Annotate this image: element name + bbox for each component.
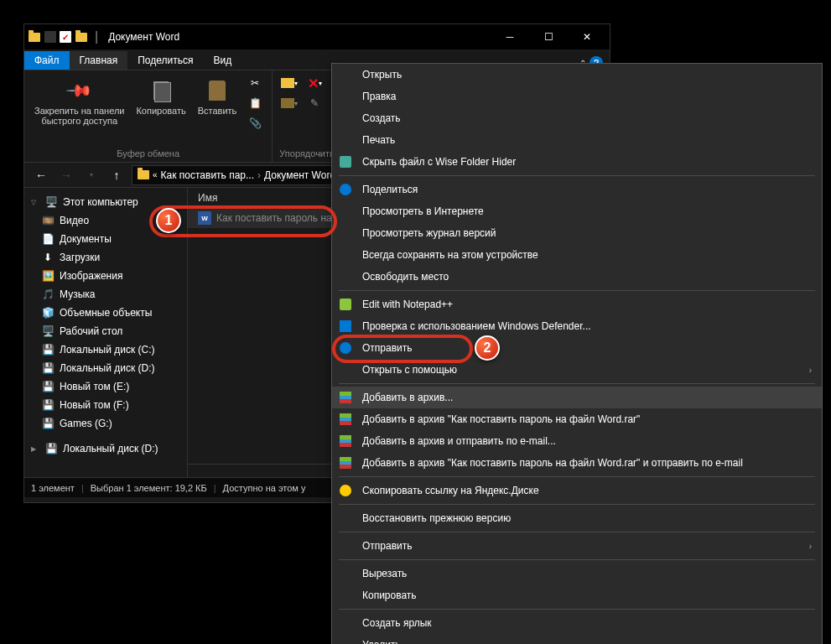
context-menu-item[interactable]: Отправить: [332, 337, 822, 359]
yadisk-icon: [339, 484, 352, 497]
cut-icon[interactable]: ✂: [245, 74, 265, 92]
context-menu-item[interactable]: Edit with Notepad++: [332, 293, 822, 315]
pin-icon: 📌: [60, 71, 98, 109]
context-menu-label: Скрыть файл с Wise Folder Hider: [362, 156, 516, 168]
pin-button[interactable]: 📌 Закрепить на панели быстрого доступа: [31, 74, 127, 132]
tab-file[interactable]: Файл: [24, 51, 70, 70]
folder-icon: [28, 30, 41, 44]
annotation-badge-2: 2: [475, 335, 500, 361]
context-menu-item[interactable]: Отправить›: [332, 535, 822, 557]
properties-icon[interactable]: [44, 31, 56, 43]
context-menu-item[interactable]: Создать ярлык: [332, 612, 822, 634]
context-menu-separator: [339, 476, 815, 477]
sidebar-item[interactable]: 📄Документы: [24, 230, 187, 248]
context-menu-item[interactable]: Удалить: [332, 634, 822, 644]
context-menu-separator: [339, 504, 815, 505]
minimize-button[interactable]: ─: [491, 24, 529, 49]
sidebar-icon: 🖥️: [41, 325, 55, 338]
context-menu-item[interactable]: Копировать: [332, 584, 822, 606]
move-to-icon[interactable]: ▾: [279, 74, 299, 92]
context-menu-separator: [339, 559, 815, 560]
context-menu-item[interactable]: Добавить в архив "Как поставить пароль н…: [332, 452, 822, 474]
context-menu-item[interactable]: Добавить в архив...: [332, 387, 822, 408]
context-menu-label: Создать ярлык: [362, 617, 432, 629]
check-icon[interactable]: ✓: [60, 31, 71, 43]
sidebar-item-label: Изображения: [60, 270, 122, 282]
expand-icon[interactable]: ▶: [31, 445, 39, 453]
copy-path-icon[interactable]: 📋: [245, 94, 265, 112]
context-menu-label: Вырезать: [362, 568, 407, 579]
sidebar-item[interactable]: 🧊Объемные объекты: [24, 304, 187, 322]
context-menu-item[interactable]: Добавить в архив "Как поставить пароль н…: [332, 408, 822, 430]
sidebar-icon: 💾: [41, 417, 55, 430]
nav-up-button[interactable]: ↑: [106, 165, 127, 185]
context-menu-label: Отправить: [362, 342, 413, 354]
sidebar-icon: 💾: [41, 380, 55, 393]
sidebar-item-label: Объемные объекты: [60, 307, 152, 319]
delete-icon[interactable]: ✕▾: [304, 74, 325, 92]
sidebar-item[interactable]: 💾Новый том (E:): [24, 377, 187, 396]
context-menu-item[interactable]: Добавить в архив и отправить по e-mail..…: [332, 430, 822, 452]
sidebar-item[interactable]: 🖥️Рабочий стол: [24, 322, 187, 340]
breadcrumb-part-1[interactable]: Как поставить пар...: [161, 169, 254, 181]
context-menu-item[interactable]: Скопировать ссылку на Яндекс.Диске: [332, 480, 822, 501]
nav-back-button[interactable]: ←: [31, 165, 51, 185]
breadcrumb-caret[interactable]: «: [153, 170, 158, 179]
nav-forward-button[interactable]: →: [56, 165, 76, 185]
sidebar-item[interactable]: 🖼️Изображения: [24, 267, 187, 285]
context-menu-item[interactable]: Освободить место: [332, 266, 822, 288]
breadcrumb-part-2[interactable]: Документ Word: [264, 169, 335, 181]
rar-icon: [339, 391, 352, 404]
close-button[interactable]: ✕: [568, 24, 606, 49]
context-menu-separator: [339, 383, 815, 384]
sidebar-item[interactable]: 🎵Музыка: [24, 285, 187, 304]
rename-icon[interactable]: ✎: [304, 94, 325, 112]
sidebar-item-label: Этот компьютер: [63, 196, 138, 208]
context-menu-item[interactable]: Открыть: [332, 64, 822, 86]
context-menu: ОткрытьПравкаСоздатьПечатьСкрыть файл с …: [331, 63, 823, 644]
context-menu-item[interactable]: Вырезать: [332, 563, 822, 584]
qat-sep: |: [95, 29, 98, 44]
context-menu-item[interactable]: Проверка с использованием Windows Defend…: [332, 315, 822, 337]
submenu-arrow-icon: ›: [809, 542, 812, 551]
tab-share[interactable]: Поделиться: [127, 51, 203, 70]
context-menu-label: Восстановить прежнюю версию: [362, 512, 511, 524]
maximize-button[interactable]: ☐: [529, 24, 568, 49]
tab-home[interactable]: Главная: [70, 51, 128, 70]
context-menu-item[interactable]: Создать: [332, 107, 822, 129]
expand-icon[interactable]: ▽: [31, 199, 39, 206]
context-menu-label: Открыть с помощью: [362, 364, 457, 376]
window-controls: ─ ☐ ✕: [491, 24, 606, 49]
paste-shortcut-icon[interactable]: 📎: [245, 114, 265, 132]
tab-view[interactable]: Вид: [203, 51, 242, 70]
status-count: 1 элемент: [31, 483, 75, 493]
context-menu-item[interactable]: Всегда сохранять на этом устройстве: [332, 244, 822, 266]
context-menu-item[interactable]: Восстановить прежнюю версию: [332, 507, 822, 529]
sidebar-item[interactable]: 💾Локальный диск (D:): [24, 359, 187, 377]
sidebar-item-extra[interactable]: ▶ 💾 Локальный диск (D:): [24, 439, 187, 458]
context-menu-item[interactable]: Поделиться: [332, 179, 822, 200]
context-menu-label: Правка: [362, 91, 397, 102]
copy-to-icon[interactable]: ▾: [279, 94, 299, 112]
sidebar-icon: 💾: [41, 361, 55, 375]
titlebar[interactable]: ✓ | Документ Word ─ ☐ ✕: [24, 24, 610, 49]
context-menu-separator: [339, 175, 815, 176]
context-menu-item[interactable]: Правка: [332, 86, 822, 107]
context-menu-item[interactable]: Открыть с помощью›: [332, 359, 822, 381]
sidebar-item[interactable]: 💾Games (G:): [24, 414, 187, 433]
context-menu-label: Создать: [362, 112, 401, 124]
context-menu-item[interactable]: Печать: [332, 129, 822, 151]
context-menu-item[interactable]: Скрыть файл с Wise Folder Hider: [332, 151, 822, 173]
context-menu-item[interactable]: Просмотреть в Интернете: [332, 200, 822, 222]
paste-button[interactable]: Вставить: [195, 74, 241, 132]
folder-icon-2[interactable]: [75, 30, 88, 44]
nav-recent-button[interactable]: ▾: [81, 165, 101, 185]
context-menu-item[interactable]: Просмотреть журнал версий: [332, 222, 822, 244]
sidebar-item[interactable]: 💾Новый том (F:): [24, 396, 187, 414]
sidebar-item[interactable]: ⬇Загрузки: [24, 248, 187, 267]
breadcrumb-sep: ›: [257, 169, 261, 181]
context-menu-separator: [339, 290, 815, 291]
copy-button[interactable]: Копировать: [132, 74, 189, 132]
sidebar-icon: 📄: [41, 232, 55, 246]
sidebar-item[interactable]: 💾Локальный диск (C:): [24, 340, 187, 359]
